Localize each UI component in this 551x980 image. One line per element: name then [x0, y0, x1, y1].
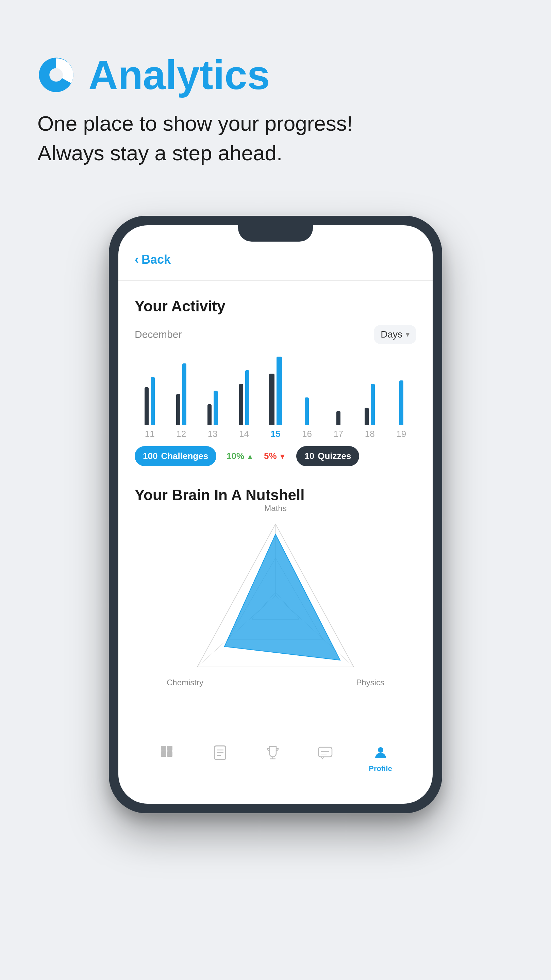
home-icon — [159, 744, 176, 762]
bottom-nav: . . — [135, 734, 416, 790]
arrow-up-icon — [246, 451, 254, 461]
percent1: 10% — [227, 451, 254, 461]
nav-label-home: . — [167, 764, 169, 773]
quizzes-label: Quizzes — [318, 451, 351, 461]
page-title: Analytics — [89, 54, 270, 95]
bar-group-16: 16 — [295, 356, 318, 439]
bar-dark-11 — [144, 387, 149, 425]
percent2: 5% — [264, 451, 286, 461]
bar-blue-11 — [151, 377, 155, 425]
bar-container-13 — [208, 356, 218, 425]
nav-label-chat: . — [324, 764, 326, 773]
bar-label-17: 17 — [333, 429, 343, 439]
bar-group-14: 14 — [232, 356, 256, 439]
header-section: Analytics One place to show your progres… — [37, 54, 514, 168]
bar-container-15 — [269, 356, 282, 425]
activity-section: Your Activity December Days ▾ — [135, 298, 416, 483]
analytics-icon — [37, 56, 75, 94]
book-icon — [211, 744, 229, 762]
nav-item-chat[interactable]: . — [316, 744, 334, 773]
svg-rect-19 — [318, 747, 332, 757]
radar-chart: Maths Chemistry Physics — [135, 514, 416, 684]
bar-group-15: 15 — [264, 356, 287, 439]
days-dropdown[interactable]: Days ▾ — [374, 325, 416, 344]
bar-container-18 — [365, 356, 375, 425]
bar-group-13: 13 — [201, 356, 224, 439]
chat-icon — [316, 744, 334, 762]
bar-dark-12 — [176, 394, 180, 425]
svg-marker-8 — [224, 534, 340, 660]
bar-blue-19 — [399, 380, 403, 425]
bar-blue-15 — [276, 356, 282, 425]
back-label: Back — [141, 253, 171, 267]
brain-title: Your Brain In A Nutshell — [135, 487, 416, 504]
bar-label-16: 16 — [302, 429, 312, 439]
title-row: Analytics — [37, 54, 514, 95]
bar-group-19: 19 — [390, 356, 413, 439]
bar-container-19 — [399, 356, 403, 425]
bar-dark-18 — [365, 408, 369, 425]
bar-container-11 — [144, 356, 155, 425]
stats-row: 100 Challenges 10% 5% 10 — [135, 446, 416, 466]
filter-label: Days — [381, 329, 402, 340]
bar-blue-18 — [371, 384, 375, 425]
bar-group-12: 12 — [169, 356, 192, 439]
activity-title: Your Activity — [135, 298, 416, 315]
phone-notch — [238, 225, 313, 242]
phone-screen: ‹ Back Your Activity December Days ▾ — [118, 225, 433, 804]
bar-container-14 — [239, 356, 249, 425]
bar-dark-13 — [208, 404, 211, 425]
bar-label-14: 14 — [239, 429, 249, 439]
challenges-count: 100 — [143, 451, 157, 461]
bar-group-18: 18 — [358, 356, 381, 439]
bar-label-13: 13 — [208, 429, 218, 439]
bar-dark-15 — [269, 374, 275, 425]
back-chevron-icon: ‹ — [135, 253, 139, 267]
svg-rect-12 — [167, 746, 172, 751]
dropdown-arrow-icon: ▾ — [406, 330, 410, 339]
profile-icon — [372, 744, 389, 762]
trophy-icon — [264, 744, 282, 762]
subtitle: One place to show your progress! Always … — [37, 109, 514, 168]
brain-section: Your Brain In A Nutshell Maths Chemistry… — [135, 487, 416, 694]
bar-container-16 — [305, 356, 309, 425]
svg-rect-10 — [167, 751, 172, 757]
screen-content: ‹ Back Your Activity December Days ▾ — [118, 225, 433, 804]
label-maths: Maths — [264, 504, 286, 513]
nav-item-profile[interactable]: Profile — [369, 744, 392, 773]
divider — [118, 280, 433, 281]
nav-item-trophy[interactable]: . — [264, 744, 282, 773]
nav-label-book: . — [219, 764, 221, 773]
nav-label-profile: Profile — [369, 764, 392, 773]
arrow-down-icon — [279, 451, 286, 461]
challenges-badge: 100 Challenges — [135, 446, 216, 466]
bar-container-12 — [176, 356, 186, 425]
svg-point-1 — [49, 68, 63, 82]
month-label: December — [135, 329, 182, 340]
radar-svg — [177, 514, 374, 684]
phone-mockup: ‹ Back Your Activity December Days ▾ — [109, 216, 442, 813]
bar-container-17 — [337, 356, 340, 425]
bar-blue-13 — [214, 391, 218, 425]
nav-label-trophy: . — [272, 764, 274, 773]
bar-blue-12 — [182, 363, 186, 425]
bar-label-18: 18 — [365, 429, 375, 439]
bar-chart: 11 12 — [135, 358, 416, 439]
bar-blue-16 — [305, 398, 309, 425]
bar-dark-17 — [337, 411, 340, 425]
nav-item-book[interactable]: . — [211, 744, 229, 773]
phone-outer: ‹ Back Your Activity December Days ▾ — [109, 216, 442, 813]
nav-item-home[interactable]: . — [159, 744, 176, 773]
quizzes-count: 10 — [305, 451, 314, 461]
challenges-label: Challenges — [161, 451, 208, 461]
bar-label-12: 12 — [176, 429, 186, 439]
bar-label-19: 19 — [396, 429, 406, 439]
quizzes-badge: 10 Quizzes — [296, 446, 359, 466]
bar-label-15: 15 — [271, 429, 281, 439]
bar-group-11: 11 — [138, 356, 161, 439]
bar-group-17: 17 — [327, 356, 350, 439]
activity-header: December Days ▾ — [135, 325, 416, 344]
bar-blue-14 — [245, 370, 249, 425]
bar-dark-14 — [239, 384, 243, 425]
back-button[interactable]: ‹ Back — [135, 253, 416, 267]
